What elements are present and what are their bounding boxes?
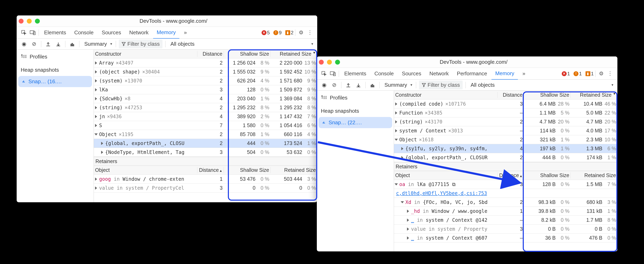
view-select[interactable]: Summary — [382, 81, 413, 89]
sidebar-profiles[interactable]: Profiles — [317, 92, 394, 103]
col-constructor[interactable]: Constructor — [394, 92, 498, 98]
filter-input[interactable]: Filter by class — [119, 40, 162, 48]
clear-icon[interactable]: ⊘ — [30, 40, 38, 48]
inspect-icon[interactable] — [20, 29, 28, 37]
allobjects-select[interactable]: All objects — [468, 81, 614, 89]
table-row[interactable]: (compiled code)×107176 3 6.4 MB28 % 10.4… — [394, 100, 618, 108]
tab-network[interactable]: Network — [126, 27, 152, 38]
table-row[interactable]: Object×1195 2 85 7081 % 660 1164 % — [94, 130, 317, 139]
table-row[interactable]: (string)×43170 2 4.7 MB20 % 4.7 MB20 % — [394, 118, 618, 126]
maximize-icon[interactable] — [35, 19, 40, 24]
tabs-overflow[interactable]: » — [519, 68, 529, 80]
status-badges: ✕5 !9 ▮2 — [262, 30, 294, 36]
tab-console[interactable]: Console — [70, 27, 97, 38]
record-icon[interactable]: ◉ — [20, 40, 28, 48]
gear-icon[interactable]: ⚙ — [597, 70, 605, 78]
sidebar-snapshot-item[interactable]: Snap… (16.… — [18, 76, 92, 87]
device-toolbar-icon[interactable] — [29, 29, 37, 37]
table-row[interactable]: (system)×13070 2 626 2044 % 1 571 6809 % — [94, 76, 317, 85]
inspect-icon[interactable] — [320, 70, 328, 78]
col-shallow[interactable]: Shallow Size — [224, 51, 270, 57]
maximize-icon[interactable] — [335, 60, 340, 64]
clear-icon[interactable]: ⊘ — [330, 81, 338, 89]
table-row[interactable]: Object×1618 2 321 kB1 % 2.3 MB10 % — [394, 135, 618, 144]
gc-icon[interactable] — [68, 40, 76, 48]
sidebar-profiles[interactable]: Profiles — [17, 51, 94, 62]
table-row[interactable]: Array×43497 2 1 256 0248 % 2 220 00013 % — [94, 58, 317, 68]
table-row[interactable]: _hd in Window / www.google 1 39.8 kB0 % … — [394, 207, 618, 216]
table-row[interactable]: value in system / PropertyCel 3 00 % 00 … — [94, 184, 317, 192]
gc-icon[interactable] — [368, 81, 376, 89]
filter-input[interactable]: Filter by class — [419, 80, 463, 89]
upload-icon[interactable] — [44, 40, 52, 48]
table-row[interactable]: oa in lKa @177115 ⧉ 3 128 B0 % 1.5 MB7 % — [394, 180, 618, 189]
col-retained[interactable]: Retained Size — [270, 167, 317, 173]
col-retained[interactable]: Retained Size — [571, 172, 618, 178]
table-row[interactable]: {sy1fu, sy2ly, sy39n, sy4fm, 4 197 kB1 %… — [394, 144, 618, 153]
error-badge[interactable]: ✕1 — [562, 71, 570, 76]
table-row[interactable]: lKa 3 1280 % 1 509 8729 % — [94, 85, 317, 94]
table-row[interactable]: {SdcwHb}×8 4 203 0401 % 1 369 0848 % — [94, 94, 317, 103]
traffic-lights — [319, 60, 340, 64]
table-row[interactable]: {NodeType, HtmlElement, Tag 3 5040 % 53 … — [94, 148, 317, 157]
table-row[interactable]: goog in Window / chrome-exten 1 53 4760 … — [94, 175, 317, 184]
tab-elements[interactable]: Elements — [40, 27, 70, 38]
col-distance[interactable]: Distance▲ — [198, 167, 224, 173]
col-retained[interactable]: Retained Size▼ — [571, 92, 618, 98]
sidebar-snapshot-item[interactable]: Snap… (22.… — [318, 117, 392, 128]
col-retained[interactable]: Retained Size▼ — [270, 51, 317, 57]
minimize-icon[interactable] — [327, 60, 332, 64]
table-row[interactable]: c,dtl0hd,eHDfl,YV5bee,d,csi:753 — [394, 189, 618, 198]
tab-memory[interactable]: Memory — [492, 68, 518, 80]
warning-badge[interactable]: !1 — [574, 71, 582, 76]
table-row[interactable]: _ in system / Context @142 – 8.2 kB0 % 1… — [394, 216, 618, 224]
col-distance[interactable]: Distance▲ — [498, 172, 524, 178]
memory-toolbar: ◉ ⊘ Summary Filter by class All objects — [17, 38, 317, 50]
close-icon[interactable] — [19, 19, 24, 24]
col-object[interactable]: Object — [394, 172, 498, 178]
upload-icon[interactable] — [344, 81, 352, 89]
warning-badge[interactable]: !9 — [273, 30, 282, 36]
error-badge[interactable]: ✕5 — [262, 30, 270, 36]
col-constructor[interactable]: Constructor — [94, 51, 198, 57]
table-row[interactable]: (string)×47253 2 1 295 2328 % 1 295 2328… — [94, 103, 317, 112]
tab-elements[interactable]: Elements — [340, 68, 370, 80]
tab-sources[interactable]: Sources — [398, 68, 425, 80]
table-row[interactable]: {global, exportPath_, CLOSU 2 4440 % 173… — [94, 139, 317, 148]
info-badge[interactable]: ▮2 — [285, 30, 294, 36]
col-shallow[interactable]: Shallow Size — [224, 167, 270, 173]
info-badge[interactable]: ▮1 — [586, 71, 594, 76]
table-row[interactable]: jn×9436 4 389 9202 % 1 147 4327 % — [94, 112, 317, 121]
col-object[interactable]: Object — [94, 167, 198, 173]
view-select[interactable]: Summary — [82, 40, 113, 48]
kebab-icon[interactable]: ⋮ — [606, 70, 614, 78]
download-icon[interactable] — [354, 81, 362, 89]
allobjects-select[interactable]: All objects — [168, 40, 314, 48]
col-distance[interactable]: Distance — [498, 92, 524, 98]
tab-sources[interactable]: Sources — [98, 27, 125, 38]
table-row[interactable]: system / Context×3013 – 114 kB0 % 4.0 MB… — [394, 126, 618, 135]
table-row[interactable]: _ in system / Context @607 – 36 B0 % 476… — [394, 234, 618, 242]
col-shallow[interactable]: Shallow Size — [524, 172, 571, 178]
tab-console[interactable]: Console — [371, 68, 397, 80]
tab-memory[interactable]: Memory — [153, 27, 180, 38]
tabs-overflow[interactable]: » — [180, 27, 190, 38]
gear-icon[interactable]: ⚙ — [297, 29, 305, 37]
traffic-lights — [19, 19, 40, 24]
table-row[interactable]: Function×34385 – 1.1 MB5 % 5.0 MB22 % — [394, 108, 618, 118]
table-row[interactable]: {global, exportPath_, CLOSUR 2 444 B0 % … — [394, 153, 618, 162]
tab-performance[interactable]: Performance — [453, 68, 491, 80]
table-row[interactable]: S 7 1 5800 % 1 054 4166 % — [94, 121, 317, 130]
tab-network[interactable]: Network — [426, 68, 452, 80]
col-distance[interactable]: Distance — [198, 51, 224, 57]
close-icon[interactable] — [319, 60, 324, 64]
table-row[interactable]: (object shape)×30404 2 1 555 0329 % 1 59… — [94, 68, 317, 76]
download-icon[interactable] — [54, 40, 62, 48]
device-toolbar-icon[interactable] — [329, 70, 337, 78]
table-row[interactable]: Xd in {FOc, HOa, VC, jo, Sbd 2 98.3 kB0 … — [394, 198, 618, 207]
table-row[interactable]: value in system / Property 3 0 B0 % 0 B0… — [394, 224, 618, 234]
minimize-icon[interactable] — [27, 19, 32, 24]
record-icon[interactable]: ◉ — [320, 81, 328, 89]
col-shallow[interactable]: Shallow Size — [524, 92, 571, 98]
kebab-icon[interactable]: ⋮ — [306, 29, 314, 37]
